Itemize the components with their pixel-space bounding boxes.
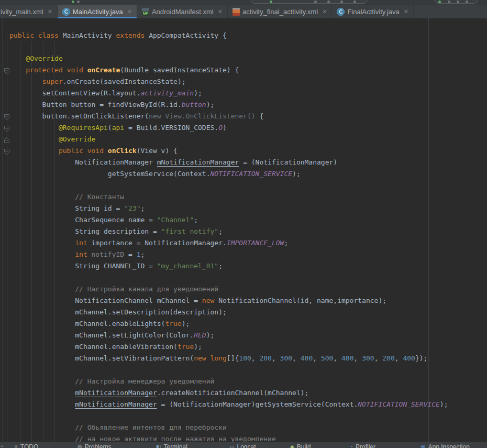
tool-window-bar: ▪ ≡TODO◍Problems◧Terminal▭Logcat◆Build◔P…	[0, 442, 487, 448]
fold-marker-icon[interactable]	[4, 136, 10, 143]
fold-marker-icon[interactable]	[4, 125, 10, 132]
fold-region-line	[7, 34, 7, 442]
code-line-2	[9, 41, 448, 53]
toolbar-dot	[448, 1, 450, 3]
code-line-33: mNotificationManager = (NotificationMana…	[9, 399, 448, 410]
code-line-10: @Override	[9, 134, 448, 145]
toolbar-dot	[353, 1, 356, 3]
tool-window-profiler[interactable]: ◔Profiler	[350, 443, 375, 448]
tab-androidmanifest-xml[interactable]: MFAndroidManifest.xml✕	[137, 5, 228, 18]
layout-file-icon	[233, 8, 240, 16]
code-content: public class MainActivity extends AppCom…	[9, 30, 448, 442]
window-stripe-icon[interactable]: ▪	[1, 443, 3, 448]
tool-window-problems-icon: ◍	[78, 443, 82, 448]
toolbar-dot	[466, 1, 468, 3]
code-line-32: mNotificationManager.createNotificationC…	[9, 387, 448, 399]
code-line-28: mChannel.enableVibration(true);	[9, 341, 448, 353]
code-line-11: public void onClick(View v) {	[9, 145, 448, 157]
tool-window-terminal-icon: ◧	[156, 443, 161, 448]
tool-window-logcat-icon: ▭	[229, 443, 234, 448]
editor-tab-bar: ivity_main.xml✕CMainActivity.java✕MFAndr…	[0, 5, 487, 18]
code-line-27: mChannel.setLightColor(Color.RED);	[9, 330, 448, 341]
class-file-icon: C	[337, 8, 345, 16]
run-configuration-widget[interactable]	[250, 0, 368, 4]
toolbar-dot	[340, 1, 343, 3]
code-line-30	[9, 364, 448, 376]
tool-window-profiler-icon: ◔	[350, 443, 353, 448]
tool-window-label: Profiler	[356, 443, 375, 448]
code-editor[interactable]: public class MainActivity extends AppCom…	[0, 18, 487, 442]
tab-label: activity_final_acttivity.xml	[242, 8, 318, 16]
tool-window-terminal[interactable]: ◧Terminal	[156, 443, 187, 448]
tool-window-app-inspection[interactable]: ▦App Inspection	[420, 443, 470, 448]
code-line-13: getSystemService(Context.NOTIFICATION_SE…	[9, 168, 448, 180]
code-line-31: // Настройка менеджера уведомлений	[9, 376, 448, 387]
tool-window-build-icon: ◆	[290, 443, 294, 448]
fold-marker-icon[interactable]	[4, 113, 10, 120]
code-line-17: CharSequence name = "Channel";	[9, 214, 448, 226]
code-line-8: button.setOnClickListener(new View.OnCli…	[9, 111, 448, 122]
tab-close-icon[interactable]: ✕	[48, 8, 52, 15]
code-line-7: Button button = findViewById(R.id.button…	[9, 99, 448, 111]
tab-finalacttivity-java[interactable]: CFinalActtivity.java✕	[332, 5, 414, 18]
code-line-16: String id = "23";	[9, 203, 448, 214]
tool-window-todo-icon: ≡	[15, 443, 18, 448]
code-line-23: // Настройка канала для уведомлений	[9, 283, 448, 295]
tab-activity-final-acttivity-xml[interactable]: activity_final_acttivity.xml✕	[228, 5, 332, 18]
tab-activity-main-xml[interactable]: ivity_main.xml✕	[0, 5, 58, 18]
device-status-dot	[438, 1, 441, 3]
code-line-20: int notifyID = 1;	[9, 249, 448, 260]
tool-window-todo[interactable]: ≡TODO	[15, 443, 38, 448]
code-line-5: super.onCreate(savedInstanceState);	[9, 76, 448, 88]
tool-window-label: Logcat	[237, 443, 256, 448]
android-studio-window: ivity_main.xml✕CMainActivity.java✕MFAndr…	[0, 0, 487, 448]
tab-close-icon[interactable]: ✕	[404, 8, 408, 15]
toolbar-dot	[314, 1, 317, 3]
code-line-25: mChannel.setDescription(description);	[9, 307, 448, 318]
tool-window-problems[interactable]: ◍Problems	[78, 443, 111, 448]
run-status-dot	[72, 1, 74, 3]
tool-window-app-inspection-icon: ▦	[420, 443, 425, 448]
tab-label: AndroidManifest.xml	[152, 8, 214, 16]
code-line-14	[9, 180, 448, 191]
code-line-22	[9, 272, 448, 283]
tab-close-icon[interactable]: ✕	[127, 8, 132, 15]
tab-close-icon[interactable]: ✕	[218, 8, 223, 15]
code-line-29: mChannel.setVibrationPattern(new long[]{…	[9, 353, 448, 364]
tab-mainactivity-java[interactable]: CMainActivity.java✕	[58, 5, 137, 18]
code-line-9: @RequiresApi(api = Build.VERSION_CODES.O…	[9, 122, 448, 134]
fold-marker-icon[interactable]	[4, 67, 10, 74]
tool-window-label: App Inspection	[428, 443, 469, 448]
code-line-36: // на новое активити после нажатия на ув…	[9, 433, 448, 442]
code-line-19: int importance = NotificationManager.IMP…	[9, 237, 448, 249]
code-line-3: @Override	[9, 53, 448, 64]
code-line-4: protected void onCreate(Bundle savedInst…	[9, 64, 448, 76]
tool-window-label: Problems	[85, 443, 112, 448]
tool-window-label: Terminal	[163, 443, 187, 448]
tool-window-logcat[interactable]: ▭Logcat	[229, 443, 256, 448]
toolbar-dot	[77, 1, 80, 3]
code-line-24: NotificationChannel mChannel = new Notif…	[9, 295, 448, 307]
toolbar-strip	[0, 0, 487, 5]
tool-window-label: TODO	[20, 443, 38, 448]
tab-label: ivity_main.xml	[1, 8, 43, 16]
code-line-18: String description = "first notify";	[9, 226, 448, 237]
manifest-file-icon: MF	[142, 8, 149, 16]
toolbar-dot	[327, 1, 330, 3]
class-file-icon: C	[62, 8, 70, 16]
toolbar-dot	[457, 1, 459, 3]
code-line-12: NotificationManager mNotificationManager…	[9, 157, 448, 168]
gutter-edge-line	[2, 18, 3, 442]
code-line-26: mChannel.enableLights(true);	[9, 318, 448, 330]
tab-label: FinalActtivity.java	[347, 8, 399, 16]
code-line-21: String CHANNEL_ID = "my_channel_01";	[9, 260, 448, 272]
tool-window-build[interactable]: ◆Build	[290, 443, 311, 448]
code-line-15: // Константы	[9, 191, 448, 203]
tab-close-icon[interactable]: ✕	[322, 8, 327, 15]
tool-window-label: Build	[297, 443, 311, 448]
fold-marker-icon[interactable]	[4, 148, 10, 155]
code-line-1: public class MainActivity extends AppCom…	[9, 30, 448, 41]
code-line-34	[9, 410, 448, 422]
run-icon[interactable]	[270, 1, 272, 3]
code-line-6: setContentView(R.layout.activity_main);	[9, 88, 448, 99]
